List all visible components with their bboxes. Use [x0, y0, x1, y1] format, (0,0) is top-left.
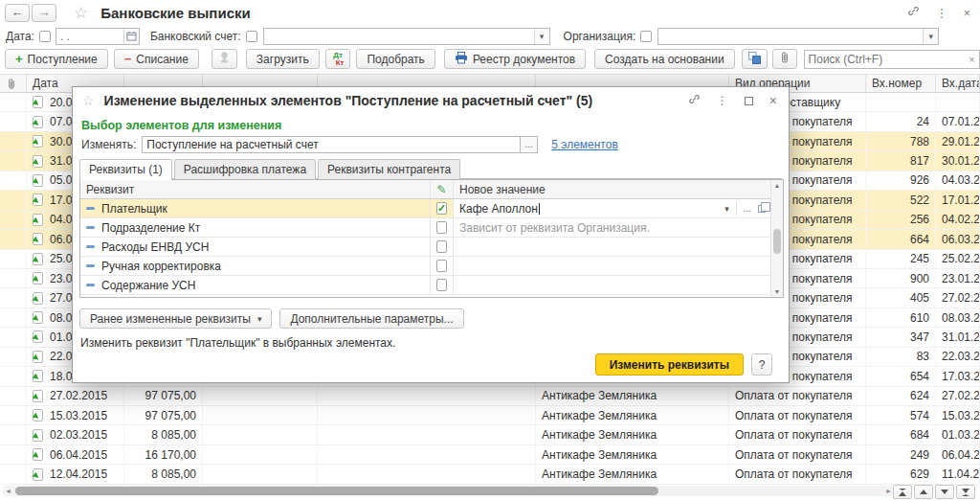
attachments-button[interactable] — [772, 49, 797, 69]
search-input[interactable] — [804, 50, 980, 69]
dt-kt-button[interactable]: ДтКт — [325, 49, 351, 69]
scroll-down-icon[interactable]: ▼ — [771, 288, 783, 295]
bank-account-input[interactable] — [263, 28, 550, 45]
apply-changes-button[interactable]: Изменить реквизиты — [595, 353, 744, 376]
organization-checkbox[interactable] — [640, 31, 652, 42]
change-target-ellipsis-button[interactable]: ... — [521, 136, 538, 153]
value-ellipsis-button[interactable]: ... — [744, 203, 751, 214]
stamp-icon — [218, 51, 231, 67]
horizontal-scroll-thumb[interactable] — [15, 487, 658, 495]
table-row[interactable]: 02.03.20158 085,00Антикафе ЗемляникаОпла… — [0, 425, 980, 444]
attr-row[interactable]: Расходы ЕНВД УСН — [80, 238, 783, 257]
new-value-input[interactable]: Кафе Аполлон — [459, 202, 538, 216]
dialog-close-icon[interactable]: × — [769, 93, 777, 108]
cell-in_number: 610 — [866, 308, 936, 327]
cell-attach — [0, 445, 27, 464]
column-header-in_number[interactable]: Вх.номер — [866, 75, 936, 92]
attr-row[interactable]: Подразделение КтЗависит от реквизита Орг… — [80, 218, 783, 238]
link-icon[interactable] — [907, 5, 920, 20]
attr-value-cell[interactable] — [454, 257, 772, 275]
organization-input[interactable] — [657, 28, 939, 45]
attr-checkbox[interactable] — [436, 221, 447, 234]
column-header-in_date[interactable]: Вх.дата — [936, 75, 980, 92]
additional-params-button[interactable]: Дополнительные параметры... — [279, 308, 463, 329]
go-last-row-button[interactable] — [956, 485, 975, 499]
create-based-on-label: Создать на основании — [605, 53, 724, 66]
attr-value-cell[interactable] — [454, 276, 772, 294]
tab-requisites[interactable]: Реквизиты (1) — [79, 159, 172, 180]
minus-icon: − — [124, 52, 132, 66]
table-row[interactable]: 12.04.20158 085,00Антикафе ЗемляникаОпла… — [0, 465, 980, 484]
dialog-star-icon[interactable]: ☆ — [82, 93, 95, 108]
stamp-button[interactable] — [212, 49, 237, 69]
cell-in_number: 245 — [866, 250, 936, 268]
attr-checkbox[interactable] — [436, 260, 447, 272]
organization-dropdown-icon[interactable]: ▾ — [923, 29, 938, 44]
go-prev-row-button[interactable] — [914, 485, 933, 499]
cell-operation: Оплата от покупателя — [729, 387, 866, 405]
cell-date: 06.04.2015 — [27, 445, 124, 464]
window-header: ← → ☆ Банковские выписки ⋮ × — [0, 0, 980, 25]
document-icon — [33, 292, 43, 305]
open-value-icon[interactable] — [758, 205, 766, 213]
add-receipt-button[interactable]: + Поступление — [5, 49, 108, 69]
attr-checkbox[interactable] — [436, 240, 447, 253]
cell-attach — [0, 250, 27, 268]
attributes-scroll-thumb[interactable] — [773, 229, 781, 254]
attributes-scrollbar[interactable]: ▲ ▼ — [770, 180, 783, 297]
attr-value-cell[interactable] — [454, 238, 772, 256]
dialog-secondary-buttons: Ранее измененные реквизиты ▾ Дополнитель… — [79, 308, 464, 329]
search-clear-icon[interactable]: × — [969, 54, 974, 65]
registry-label: Реестр документов — [473, 53, 575, 66]
favorite-star-icon[interactable]: ☆ — [74, 3, 88, 23]
new-value-column-header[interactable]: Новое значение — [454, 180, 772, 198]
table-row[interactable]: 06.04.201516 170,00Антикафе ЗемляникаОпл… — [0, 445, 980, 465]
table-row[interactable]: 15.03.201597 075,00Антикафе ЗемляникаОпл… — [0, 406, 980, 425]
selected-elements-link[interactable]: 5 элементов — [551, 138, 618, 151]
close-icon[interactable]: × — [963, 6, 970, 20]
date-filter-checkbox[interactable] — [39, 31, 51, 42]
horizontal-scrollbar[interactable]: ◄ ► — [2, 486, 895, 496]
table-row[interactable]: 27.02.201597 075,00Антикафе ЗемляникаОпл… — [0, 387, 980, 406]
load-button[interactable]: Загрузить — [246, 49, 320, 69]
attr-row[interactable]: Плательщик✓Кафе Аполлон▾... — [80, 199, 783, 218]
scroll-left-icon[interactable]: ◄ — [5, 488, 11, 494]
dialog-more-menu-icon[interactable]: ⋮ — [717, 94, 728, 107]
pick-button[interactable]: Подобрать — [356, 49, 434, 69]
tab-payment-details[interactable]: Расшифровка платежа — [174, 159, 316, 179]
more-menu-icon[interactable]: ⋮ — [935, 6, 947, 20]
registry-button[interactable]: Реестр документов — [444, 49, 586, 69]
back-button[interactable]: ← — [5, 4, 30, 22]
attr-column-header[interactable]: Реквизит — [80, 180, 431, 198]
previously-changed-button[interactable]: Ранее измененные реквизиты ▾ — [79, 308, 272, 329]
scroll-right-icon[interactable]: ► — [885, 488, 892, 494]
change-target-input[interactable] — [142, 136, 521, 153]
tab-contractor-requisites[interactable]: Реквизиты контрагента — [318, 159, 460, 179]
cell-amount: 8 085,00 — [124, 425, 203, 444]
attr-checkbox[interactable]: ✓ — [436, 202, 447, 215]
calendar-icon[interactable] — [123, 29, 139, 44]
forward-button[interactable]: → — [32, 4, 56, 22]
bank-account-checkbox[interactable] — [246, 31, 257, 42]
help-button[interactable]: ? — [751, 353, 772, 376]
dialog-maximize-icon[interactable] — [745, 97, 753, 105]
add-writeoff-button[interactable]: − Списание — [114, 49, 199, 69]
go-next-row-button[interactable] — [935, 485, 954, 499]
bulk-edit-dialog: ☆ Изменение выделенных элементов "Поступ… — [72, 86, 790, 383]
scroll-up-icon[interactable]: ▲ — [771, 182, 783, 189]
create-based-on-button[interactable]: Создать на основании — [594, 49, 735, 69]
value-dropdown-icon[interactable]: ▾ — [724, 204, 729, 214]
load-label: Загрузить — [256, 53, 309, 66]
dialog-link-icon[interactable] — [688, 93, 701, 108]
attr-value-cell[interactable]: Кафе Аполлон▾... — [454, 199, 772, 217]
bank-account-dropdown-icon[interactable]: ▾ — [534, 29, 549, 44]
attr-checkbox[interactable] — [436, 279, 447, 291]
cell-in_number: 256 — [866, 211, 936, 229]
related-documents-button[interactable] — [742, 49, 768, 69]
document-icon — [33, 233, 43, 245]
attachments-column-icon[interactable] — [0, 75, 27, 92]
attr-value-cell[interactable]: Зависит от реквизита Организация. — [454, 218, 772, 237]
attr-row[interactable]: Содержание УСН — [80, 276, 783, 295]
go-first-row-button[interactable] — [893, 485, 912, 499]
attr-row[interactable]: Ручная корректировка — [80, 257, 783, 276]
